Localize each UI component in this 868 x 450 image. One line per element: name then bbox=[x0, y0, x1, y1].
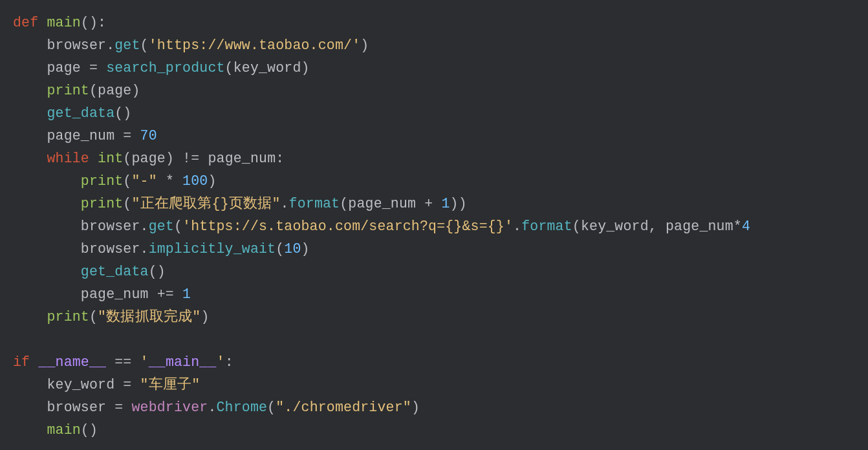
code-line: browser.get('https://www.taobao.com/') bbox=[13, 38, 369, 53]
code-line: print(page) bbox=[13, 83, 140, 98]
code-line: print("-" * 100) bbox=[13, 173, 217, 189]
code-line: browser.get('https://s.taobao.com/search… bbox=[13, 219, 750, 234]
code-line: page = search_product(key_word) bbox=[13, 60, 310, 76]
code-line: print("正在爬取第{}页数据".format(page_num + 1)) bbox=[13, 196, 467, 211]
code-line: browser.implicitly_wait(10) bbox=[13, 241, 310, 257]
code-line: page_num += 1 bbox=[13, 286, 191, 302]
code-editor[interactable]: def main(): browser.get('https://www.tao… bbox=[0, 0, 868, 442]
code-line: get_data() bbox=[13, 105, 131, 121]
code-line: print("数据抓取完成") bbox=[13, 309, 210, 325]
code-line: page_num = 70 bbox=[13, 128, 157, 144]
code-line: main() bbox=[13, 422, 98, 438]
code-line: if __name__ == '__main__': bbox=[13, 354, 233, 370]
code-line: get_data() bbox=[13, 264, 166, 279]
code-line: while int(page) != page_num: bbox=[13, 151, 284, 166]
code-line: browser = webdriver.Chrome("./chromedriv… bbox=[13, 400, 420, 415]
code-line: def main(): bbox=[13, 15, 106, 30]
code-line: key_word = "车厘子" bbox=[13, 377, 200, 392]
